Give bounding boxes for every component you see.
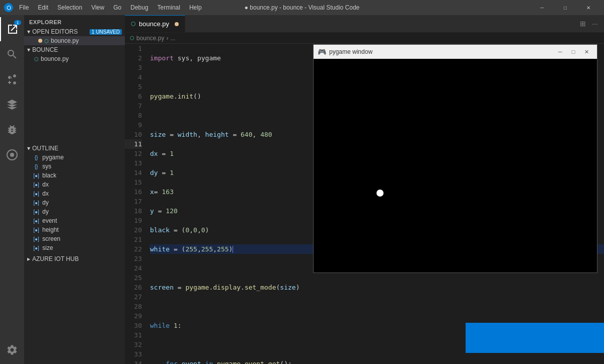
- window-title: ● bounce.py - bounce - Visual Studio Cod…: [245, 4, 360, 11]
- more-actions-icon[interactable]: ···: [590, 19, 600, 29]
- tabbar-actions: ⊞ ···: [578, 15, 604, 32]
- breadcrumb-file-icon: ⬡: [130, 35, 134, 41]
- outline-item-dy1[interactable]: [●] dy: [24, 198, 125, 207]
- line-numbers: 12345 678910 11 1213141516 1718192021 22…: [125, 44, 146, 364]
- code-line: for event in pygame.event.get():: [150, 359, 604, 364]
- module-icon: {}: [32, 164, 40, 169]
- svg-point-1: [10, 153, 14, 157]
- close-button[interactable]: ✕: [577, 0, 600, 15]
- pygame-titlebar: 🎮 pygame window ─ □ ✕: [314, 45, 597, 59]
- activity-bar: 1: [0, 15, 24, 364]
- chevron-down-icon: ▾: [27, 145, 30, 152]
- activity-settings[interactable]: [0, 338, 24, 362]
- pygame-icon: 🎮: [318, 48, 326, 56]
- breadcrumb-context[interactable]: ...: [170, 35, 175, 42]
- var-icon: [●]: [32, 200, 40, 206]
- explorer-badge: 1: [14, 20, 21, 25]
- breadcrumb-file[interactable]: bounce.py: [136, 35, 164, 42]
- activity-search[interactable]: [0, 42, 24, 66]
- var-icon: [●]: [32, 191, 40, 197]
- modified-dot: [38, 39, 42, 43]
- outline-title: OUTLINE: [32, 145, 58, 152]
- chevron-right-icon: ▸: [27, 255, 30, 262]
- menu-help[interactable]: Help: [185, 3, 206, 12]
- tab-bounce-py[interactable]: ⬡ bounce.py: [125, 15, 185, 32]
- outline-item-height[interactable]: [●] height: [24, 225, 125, 234]
- outline-item-size[interactable]: [●] size: [24, 243, 125, 252]
- python-file-icon: ⬡: [44, 38, 49, 44]
- open-editor-filename: bounce.py: [51, 37, 79, 44]
- menu-terminal[interactable]: Terminal: [154, 3, 184, 12]
- var-icon: [●]: [32, 182, 40, 188]
- split-editor-icon[interactable]: ⊞: [578, 19, 588, 29]
- var-icon: [●]: [32, 227, 40, 233]
- vscode-icon: ⬡: [4, 3, 13, 12]
- outline-item-pygame[interactable]: {} pygame: [24, 153, 125, 162]
- titlebar: ⬡ File Edit Selection View Go Debug Term…: [0, 0, 604, 15]
- menu-selection[interactable]: Selection: [53, 3, 86, 12]
- pygame-window-buttons: ─ □ ✕: [554, 47, 593, 57]
- titlebar-left: ⬡ File Edit Selection View Go Debug Term…: [4, 3, 206, 12]
- activity-explorer[interactable]: 1: [0, 17, 24, 41]
- minimize-button[interactable]: ─: [531, 0, 554, 15]
- outline-item-dy2[interactable]: [●] dy: [24, 207, 125, 216]
- pygame-window[interactable]: 🎮 pygame window ─ □ ✕: [313, 44, 597, 273]
- outline-item-sys[interactable]: {} sys: [24, 162, 125, 171]
- menu-debug[interactable]: Debug: [126, 3, 152, 12]
- project-header[interactable]: ▾ BOUNCE: [24, 45, 125, 54]
- menu-file[interactable]: File: [15, 3, 33, 12]
- tab-filename: bounce.py: [139, 20, 169, 28]
- open-editors-header[interactable]: ▾ OPEN EDITORS 1 UNSAVED: [24, 27, 125, 36]
- window-buttons: ─ □ ✕: [531, 0, 600, 15]
- chevron-down-icon: ▾: [27, 28, 30, 35]
- explorer-title: EXPLORER: [24, 15, 125, 27]
- project-name: BOUNCE: [32, 46, 58, 53]
- var-icon: [●]: [32, 236, 40, 242]
- azure-iot-label: AZURE IOT HUB: [32, 255, 79, 262]
- open-editor-bounce-py[interactable]: ⬡ bounce.py: [24, 36, 125, 45]
- sidebar: EXPLORER ▾ OPEN EDITORS 1 UNSAVED ⬡ boun…: [24, 15, 125, 364]
- activity-remote[interactable]: [0, 143, 24, 167]
- code-line: [150, 302, 604, 311]
- var-icon: [●]: [32, 245, 40, 251]
- project-file-bounce-py[interactable]: ⬡ bounce.py: [24, 54, 125, 63]
- var-icon: [●]: [32, 218, 40, 224]
- menu-bar: File Edit Selection View Go Debug Termin…: [15, 3, 206, 12]
- project-filename: bounce.py: [41, 55, 68, 62]
- module-icon: {}: [32, 155, 40, 160]
- outline-item-dx1[interactable]: [●] dx: [24, 180, 125, 189]
- python-file-icon: ⬡: [34, 56, 39, 62]
- pygame-canvas: [314, 59, 597, 272]
- tab-modified-dot: [175, 22, 179, 26]
- azure-iot-header[interactable]: ▸ AZURE IOT HUB: [24, 254, 125, 263]
- windows-taskbar: [466, 323, 604, 353]
- outline-header[interactable]: ▾ OUTLINE: [24, 144, 125, 153]
- activity-source-control[interactable]: [0, 67, 24, 92]
- breadcrumb: ⬡ bounce.py › ...: [125, 33, 604, 44]
- breadcrumb-separator: ›: [166, 35, 168, 42]
- var-icon: [●]: [32, 209, 40, 215]
- var-icon: [●]: [32, 173, 40, 178]
- pygame-minimize[interactable]: ─: [554, 47, 567, 57]
- menu-edit[interactable]: Edit: [34, 3, 52, 12]
- open-editors-badge: 1 UNSAVED: [90, 29, 122, 35]
- pygame-title: pygame window: [329, 48, 551, 55]
- outline-item-black[interactable]: [●] black: [24, 171, 125, 180]
- outline-item-event[interactable]: [●] event: [24, 216, 125, 225]
- bouncing-ball: [376, 190, 384, 197]
- open-editors-label: OPEN EDITORS: [32, 28, 78, 35]
- tab-bar: ⬡ bounce.py ⊞ ···: [125, 15, 604, 33]
- outline-item-screen[interactable]: [●] screen: [24, 234, 125, 243]
- code-line: screen = pygame.display.set_mode(size): [150, 283, 604, 292]
- menu-go[interactable]: Go: [109, 3, 125, 12]
- activity-debug[interactable]: [0, 118, 24, 142]
- pygame-close[interactable]: ✕: [580, 47, 593, 57]
- pygame-maximize[interactable]: □: [567, 47, 580, 57]
- chevron-down-icon: ▾: [27, 46, 30, 53]
- maximize-button[interactable]: □: [554, 0, 577, 15]
- outline-item-dx2[interactable]: [●] dx: [24, 189, 125, 198]
- menu-view[interactable]: View: [87, 3, 108, 12]
- tab-file-icon: ⬡: [131, 21, 136, 27]
- activity-extensions[interactable]: [0, 93, 24, 117]
